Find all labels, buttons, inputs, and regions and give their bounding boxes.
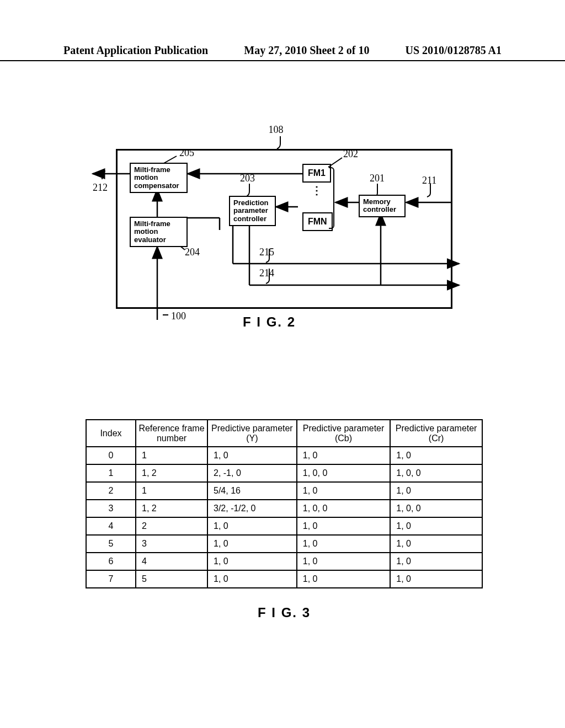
table-cell: 3: [86, 500, 136, 517]
table-cell: 1, 0, 0: [390, 464, 482, 482]
table-cell: 1, 0: [390, 447, 482, 464]
ref-203: 203: [240, 173, 255, 184]
table-row: 215/4, 161, 01, 0: [86, 482, 482, 500]
table-cell: 1, 2: [136, 500, 207, 517]
block-compensator-label: Milti-frame motion compensator: [134, 165, 179, 190]
table-row: 11, 22, -1, 01, 0, 01, 0, 0: [86, 464, 482, 482]
table-cell: 1: [136, 482, 207, 500]
table-cell: 1, 0: [297, 482, 390, 500]
block-fm1-label: FM1: [308, 168, 326, 178]
block-param-controller: Prediction parameter controller: [229, 196, 276, 226]
table-cell: 2: [86, 482, 136, 500]
header-right: US 2010/0128785 A1: [406, 44, 502, 57]
fm-group-bracket: [329, 167, 334, 229]
header-middle: May 27, 2010 Sheet 2 of 10: [244, 44, 369, 57]
table-row: 011, 01, 01, 0: [86, 447, 482, 464]
table-cell: 1, 0: [297, 570, 390, 588]
parameter-table: Index Reference frame number Predictive …: [86, 419, 483, 588]
table-row: 641, 01, 01, 0: [86, 553, 482, 570]
ref-214: 214: [259, 267, 274, 279]
figure-2-label: F I G. 2: [243, 314, 296, 330]
table-cell: 1, 0: [390, 482, 482, 500]
figure-2: 108: [88, 124, 463, 328]
table-cell: 1, 0: [207, 517, 297, 535]
table-cell: 2, -1, 0: [207, 464, 297, 482]
ref-204: 204: [185, 247, 200, 258]
ref-215: 215: [259, 247, 274, 258]
table-cell: 1, 0: [207, 447, 297, 464]
block-evaluator: Milti-frame motion evaluator: [130, 217, 188, 247]
table-cell: 5/4, 16: [207, 482, 297, 500]
table-row: 531, 01, 01, 0: [86, 535, 482, 553]
table-cell: 1: [86, 464, 136, 482]
table-cell: 1, 0: [297, 535, 390, 553]
table-cell: 1, 0: [297, 447, 390, 464]
vertical-dots-icon: ⋮: [311, 184, 322, 197]
col-cr: Predictive parameter (Cr): [390, 420, 482, 447]
col-cb: Predictive parameter (Cb): [297, 420, 390, 447]
table-cell: 1: [136, 447, 207, 464]
block-memory-controller-label: Memory controller: [363, 197, 396, 213]
table-cell: 1, 0: [390, 553, 482, 570]
block-compensator: Milti-frame motion compensator: [130, 163, 188, 193]
table-cell: 1, 0: [207, 535, 297, 553]
table-cell: 0: [86, 447, 136, 464]
table-cell: 1, 0: [297, 517, 390, 535]
table-cell: 1, 0: [297, 553, 390, 570]
table-row: 31, 23/2, -1/2, 01, 0, 01, 0, 0: [86, 500, 482, 517]
table-cell: 1, 0: [390, 517, 482, 535]
table-cell: 4: [86, 517, 136, 535]
col-y: Predictive parameter (Y): [207, 420, 297, 447]
table-cell: 3: [136, 535, 207, 553]
block-fmn-label: FMN: [308, 217, 327, 226]
ref-211: 211: [422, 175, 436, 186]
ref-202: 202: [343, 148, 358, 160]
ref-201: 201: [370, 173, 385, 184]
block-fm1: FM1: [302, 164, 331, 183]
table-cell: 1, 0, 0: [297, 464, 390, 482]
table-cell: 1, 2: [136, 464, 207, 482]
table-cell: 1, 0: [390, 570, 482, 588]
table-header-row: Index Reference frame number Predictive …: [86, 420, 482, 447]
header-left: Patent Application Publication: [63, 44, 208, 57]
table-cell: 2: [136, 517, 207, 535]
block-param-controller-label: Prediction parameter controller: [233, 199, 269, 223]
ref-205: 205: [179, 147, 194, 159]
figure-3: Index Reference frame number Predictive …: [86, 419, 483, 620]
col-index: Index: [86, 420, 136, 447]
table-body: 011, 01, 01, 011, 22, -1, 01, 0, 01, 0, …: [86, 447, 482, 588]
table-cell: 1, 0, 0: [390, 500, 482, 517]
table-cell: 1, 0: [207, 570, 297, 588]
ref-100: 100: [171, 311, 186, 322]
table-cell: 6: [86, 553, 136, 570]
table-cell: 1, 0, 0: [297, 500, 390, 517]
table-cell: 5: [86, 535, 136, 553]
table-cell: 1, 0: [207, 553, 297, 570]
figure-3-label: F I G. 3: [86, 605, 483, 620]
table-cell: 3/2, -1/2, 0: [207, 500, 297, 517]
col-ref: Reference frame number: [136, 420, 207, 447]
table-cell: 5: [136, 570, 207, 588]
ref-212: 212: [93, 182, 108, 194]
table-cell: 7: [86, 570, 136, 588]
table-row: 421, 01, 01, 0: [86, 517, 482, 535]
block-memory-controller: Memory controller: [359, 195, 406, 217]
block-fmn: FMN: [302, 212, 333, 231]
page-header: Patent Application Publication May 27, 2…: [0, 44, 565, 61]
table-cell: 4: [136, 553, 207, 570]
table-cell: 1, 0: [390, 535, 482, 553]
table-row: 751, 01, 01, 0: [86, 570, 482, 588]
block-evaluator-label: Milti-frame motion evaluator: [134, 220, 170, 244]
